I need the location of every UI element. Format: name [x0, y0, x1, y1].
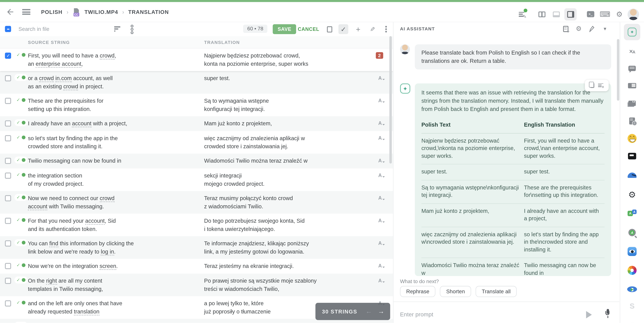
row-checkbox[interactable]	[5, 263, 11, 269]
suggestion-button-rephrase[interactable]: Rephrase	[400, 286, 436, 297]
user-avatar[interactable]	[628, 8, 639, 20]
copy-source-icon[interactable]	[324, 24, 334, 34]
back-button[interactable]	[6, 8, 15, 16]
machine-translation-icon[interactable]: A	[378, 263, 384, 269]
keyboard-shortcuts-icon[interactable]: ⌨	[599, 8, 611, 20]
translation-memory-tab-icon[interactable]	[624, 77, 640, 94]
row-checkbox[interactable]	[5, 240, 11, 246]
s-app-icon[interactable]: S	[624, 298, 640, 314]
source-text[interactable]: I already have an account with a project…	[28, 120, 196, 128]
translation-text[interactable]: super test.	[204, 74, 368, 82]
row-checkbox[interactable]	[5, 195, 11, 201]
microphone-icon[interactable]	[606, 309, 610, 319]
machine-translation-icon[interactable]: A	[378, 120, 384, 126]
translation-text[interactable]: Do tego potrzebujesz swojego konta, Sid …	[204, 217, 368, 233]
machine-translation-icon[interactable]: A	[378, 240, 384, 246]
strings-scrollbar[interactable]	[390, 36, 392, 164]
source-text[interactable]: You can find this information by clickin…	[28, 240, 196, 256]
machine-translation-icon[interactable]: A	[378, 98, 384, 104]
more-options-icon[interactable]	[381, 24, 391, 34]
breadcrumb-project[interactable]: POLISH	[41, 9, 62, 15]
video-preview-app-icon[interactable]	[624, 281, 640, 298]
string-row[interactable]: ✓For that you need your account, Sid and…	[0, 214, 393, 236]
source-text[interactable]: Twilio messaging can now be found in	[28, 157, 196, 165]
source-text[interactable]: On the right are all my content template…	[28, 277, 196, 293]
translation-text[interactable]: Mam już konto z projektem,	[204, 120, 368, 128]
menu-icon[interactable]	[22, 9, 30, 15]
view-right-panel-icon[interactable]	[564, 8, 576, 20]
translation-text[interactable]: Są to wymagania wstępne konfiguracji tej…	[204, 97, 368, 113]
collapse-chevron-icon[interactable]: ▼	[600, 24, 610, 33]
suggestion-button-shorten[interactable]: Shorten	[440, 286, 471, 297]
machine-translation-icon[interactable]: A	[378, 218, 384, 224]
machine-translation-icon[interactable]: A	[378, 172, 384, 178]
source-text[interactable]: Now we're on the integration screen.	[28, 262, 196, 270]
insert-message-icon[interactable]	[598, 83, 603, 88]
filter-icon[interactable]	[114, 26, 120, 32]
prompt-input[interactable]: Enter prompt	[400, 311, 433, 318]
source-text[interactable]: and on the left are only ones that have …	[28, 300, 196, 316]
string-row[interactable]: ✓Now we're on the integration screen.Ter…	[0, 259, 393, 274]
string-row[interactable]: ✓Now we need to connect our crowd accoun…	[0, 191, 393, 214]
string-row[interactable]: ✓On the right are all my content templat…	[0, 274, 393, 296]
dashboard-app-icon[interactable]	[624, 167, 640, 183]
row-checkbox[interactable]	[5, 278, 11, 284]
machine-translation-icon[interactable]: A	[378, 75, 384, 81]
pager-prev-icon[interactable]: ←	[366, 308, 372, 315]
source-text[interactable]: so let's start by finding the app in the…	[28, 134, 196, 150]
file-context-tab-icon[interactable]	[624, 112, 640, 129]
row-checkbox[interactable]	[5, 300, 11, 306]
new-conversation-icon[interactable]	[561, 24, 570, 33]
row-checkbox[interactable]	[5, 158, 11, 164]
select-all-checkbox[interactable]	[5, 26, 11, 32]
string-row[interactable]: ✓These are the prerequisites for setting…	[0, 94, 393, 116]
sidebar-collapse-icon[interactable]: ⌄	[624, 314, 640, 323]
translation-text[interactable]: Najpierw będziesz potrzebować crowd, kon…	[204, 52, 368, 68]
machine-translation-icon[interactable]: A	[378, 195, 384, 201]
search-input[interactable]: Search in file	[18, 26, 49, 32]
settings-gear-icon[interactable]: ⚙	[613, 8, 626, 20]
cancel-button[interactable]: CANCEL	[298, 26, 319, 32]
source-text[interactable]: or a crowd in.com account, as well as an…	[28, 74, 196, 90]
view-side-by-side-icon[interactable]	[536, 8, 548, 20]
dictionary-app-icon[interactable]	[624, 148, 640, 164]
terminal-icon[interactable]: >_	[584, 8, 597, 20]
palette-app-icon[interactable]	[624, 262, 640, 278]
sort-options-icon[interactable]	[130, 25, 134, 34]
suggestion-button-translate-all[interactable]: Translate all	[476, 286, 517, 297]
clear-conversation-icon[interactable]	[587, 24, 596, 33]
breadcrumb-section[interactable]: TRANSLATION	[128, 9, 169, 15]
row-checkbox[interactable]	[5, 120, 11, 126]
pager-next-icon[interactable]: →	[378, 308, 384, 315]
edit-icon[interactable]: ✎	[367, 24, 377, 34]
string-row[interactable]: ✓Twilio messaging can now be found inWia…	[0, 154, 393, 168]
language-pairs-app-icon[interactable]: AA	[624, 206, 640, 222]
translation-text[interactable]: Te informacje znajdziesz, klikając poniż…	[204, 240, 368, 256]
translation-text[interactable]: Teraz jesteśmy na ekranie integracji.	[204, 262, 368, 270]
ai-assistant-tab-icon[interactable]: ✦	[624, 24, 640, 40]
string-row[interactable]: ✓so let's start by finding the app in th…	[0, 131, 393, 154]
ai-settings-gear-icon[interactable]: ⚙	[574, 24, 583, 33]
send-icon[interactable]	[586, 311, 596, 318]
save-button[interactable]: SAVE	[273, 24, 296, 34]
breadcrumb-file[interactable]: TWILIO.MP4	[84, 9, 118, 15]
screenshots-tab-icon[interactable]	[624, 95, 640, 112]
source-text[interactable]: These are the prerequisites for setting …	[28, 97, 196, 113]
machine-translation-icon[interactable]: A	[378, 135, 384, 141]
source-text[interactable]: Now we need to connect our crowd account…	[28, 194, 196, 210]
machine-translation-icon[interactable]: A	[378, 278, 384, 284]
string-row[interactable]: ✓or a crowd in.com account, as well as a…	[0, 71, 393, 94]
add-string-icon[interactable]: +	[353, 24, 363, 34]
string-row[interactable]: ✓I already have an account with a projec…	[0, 116, 393, 131]
search-app-icon[interactable]: A	[624, 224, 640, 241]
comments-tab-icon[interactable]	[624, 60, 640, 76]
row-checkbox[interactable]	[5, 172, 11, 178]
source-text[interactable]: First, you will need to have a crowd, an…	[28, 52, 196, 68]
source-text[interactable]: for to upload content to Crowdin.	[28, 322, 196, 323]
row-checkbox[interactable]	[5, 53, 11, 59]
translation-text[interactable]: sekcji integracji mojego crowded project…	[204, 172, 368, 188]
machine-translation-icon[interactable]: A	[378, 158, 384, 164]
translation-text[interactable]: Po prawej stronie są wszystkie moje szab…	[204, 277, 368, 293]
row-checkbox[interactable]	[5, 218, 11, 224]
string-row[interactable]: ✓First, you will need to have a crowd, a…	[0, 48, 393, 71]
